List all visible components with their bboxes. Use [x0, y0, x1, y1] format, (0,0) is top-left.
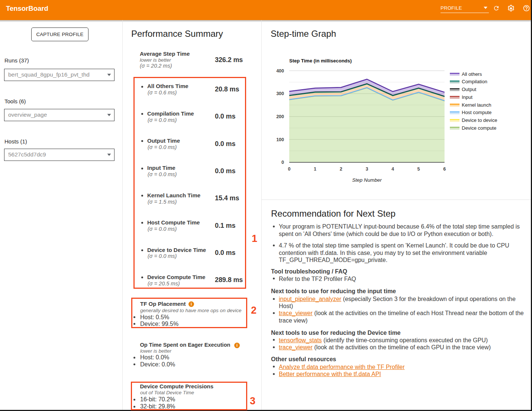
svg-text:3: 3	[365, 166, 368, 172]
svg-text:0: 0	[288, 166, 291, 172]
svg-text:0: 0	[281, 160, 284, 165]
svg-text:Kernel launch: Kernel launch	[462, 102, 491, 108]
svg-text:Compilation: Compilation	[462, 79, 487, 84]
svg-text:Input: Input	[462, 94, 473, 100]
svg-text:Output: Output	[462, 87, 476, 92]
svg-text:4: 4	[391, 166, 394, 172]
svg-text:1: 1	[314, 166, 316, 172]
svg-text:200: 200	[276, 114, 284, 119]
svg-text:6: 6	[443, 166, 446, 172]
svg-text:2: 2	[340, 166, 342, 172]
svg-text:Host compute: Host compute	[462, 110, 491, 115]
svg-text:Step Time (in milliseconds): Step Time (in milliseconds)	[289, 58, 352, 64]
svg-text:400: 400	[276, 68, 284, 74]
svg-text:5: 5	[417, 166, 420, 172]
svg-text:Device compute: Device compute	[462, 125, 496, 131]
svg-text:300: 300	[276, 91, 284, 96]
svg-text:Device to device: Device to device	[462, 117, 497, 123]
svg-text:All others: All others	[462, 71, 482, 77]
svg-text:100: 100	[276, 137, 284, 142]
svg-text:Step Number: Step Number	[352, 177, 382, 183]
